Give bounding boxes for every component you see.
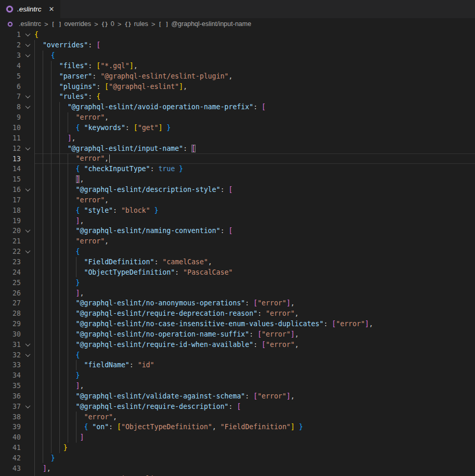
- array-symbol-icon: [ ]: [52, 21, 62, 28]
- code-line[interactable]: 13 "error",: [0, 153, 475, 164]
- gutter: 18: [0, 205, 34, 215]
- array-symbol-icon: [ ]: [158, 21, 169, 28]
- code-line[interactable]: 9 "error",: [0, 112, 475, 123]
- breadcrumb-item--graphql-eslint-input-name[interactable]: [ ]@graphql-eslint/input-name: [158, 20, 251, 28]
- code-line[interactable]: 42 }: [0, 453, 475, 464]
- code-line[interactable]: 32 {: [0, 350, 475, 360]
- code-line[interactable]: 37 "@graphql-eslint/require-description"…: [0, 401, 475, 411]
- line-number: 5: [0, 72, 21, 80]
- code-line[interactable]: 11 ],: [0, 133, 475, 143]
- code-line[interactable]: 33 "fieldName": "id": [0, 360, 475, 370]
- line-number: 7: [0, 93, 21, 100]
- code-line[interactable]: 12 "@graphql-eslint/input-name": [: [0, 143, 475, 153]
- code-line[interactable]: 3 {: [0, 50, 475, 61]
- gutter: 22: [0, 247, 34, 257]
- gutter: 42: [0, 453, 34, 464]
- text-cursor: [109, 155, 110, 163]
- code-line[interactable]: 7 "rules": {: [0, 92, 475, 102]
- gutter: 14: [0, 164, 34, 174]
- line-number: 10: [0, 124, 21, 132]
- code-line[interactable]: 36 "@graphql-eslint/validate-against-sch…: [0, 391, 475, 402]
- gutter: 13: [0, 153, 34, 164]
- code-line[interactable]: 27 "@graphql-eslint/no-anonymous-operati…: [0, 298, 475, 308]
- breadcrumb-separator-icon: >: [118, 20, 122, 28]
- code-line[interactable]: 40 ]: [0, 432, 475, 443]
- breadcrumb-item-overrides[interactable]: [ ]overrides: [52, 20, 91, 28]
- fold-chevron-icon[interactable]: [25, 248, 30, 253]
- code-line[interactable]: 18 { "style": "block" }: [0, 205, 475, 215]
- line-number: 24: [0, 268, 21, 276]
- code-line[interactable]: 38 "error",: [0, 411, 475, 422]
- fold-chevron-icon[interactable]: [25, 341, 30, 346]
- line-number: 42: [0, 454, 21, 462]
- fold-chevron-icon[interactable]: [25, 186, 30, 191]
- gutter: 40: [0, 432, 34, 443]
- code-line[interactable]: 41 }: [0, 443, 475, 453]
- gutter: 30: [0, 329, 34, 339]
- gutter: 23: [0, 257, 34, 267]
- breadcrumb-item-0[interactable]: {}0: [101, 20, 114, 28]
- fold-chevron-icon[interactable]: [25, 145, 30, 150]
- code-line[interactable]: 29 "@graphql-eslint/no-case-insensitive-…: [0, 319, 475, 329]
- code-line[interactable]: 20 "@graphql-eslint/naming-convention": …: [0, 226, 475, 236]
- code-line[interactable]: 44 "parser": "@typescript-eslint/parser"…: [0, 473, 475, 476]
- fold-chevron-icon[interactable]: [25, 104, 30, 109]
- tab-close-icon[interactable]: ✕: [49, 6, 55, 12]
- object-symbol-icon: {}: [101, 21, 108, 28]
- code-line[interactable]: 10 { "keywords": ["get"] }: [0, 123, 475, 133]
- code-line[interactable]: 8 "@graphql-eslint/avoid-operation-name-…: [0, 102, 475, 112]
- code-line[interactable]: 4 "files": ["*.gql"],: [0, 61, 475, 71]
- code-line[interactable]: 24 "ObjectTypeDefinition": "PascalCase": [0, 267, 475, 277]
- line-number: 41: [0, 444, 21, 452]
- line-number: 33: [0, 361, 21, 369]
- code-line[interactable]: 6 "plugins": ["@graphql-eslint"],: [0, 81, 475, 92]
- line-number: 38: [0, 413, 21, 421]
- line-number: 12: [0, 145, 21, 152]
- fold-chevron-icon[interactable]: [25, 42, 30, 47]
- code-line[interactable]: 21 "error",: [0, 236, 475, 247]
- code-line[interactable]: 23 "FieldDefinition": "camelCase",: [0, 257, 475, 267]
- code-line[interactable]: 17 "error",: [0, 195, 475, 205]
- code-line[interactable]: 26 ],: [0, 288, 475, 298]
- fold-chevron-icon[interactable]: [25, 32, 30, 37]
- code-line[interactable]: 30 "@graphql-eslint/no-operation-name-su…: [0, 329, 475, 339]
- code-line[interactable]: 5 "parser": "@graphql-eslint/eslint-plug…: [0, 71, 475, 81]
- code-line[interactable]: 39 { "on": ["ObjectTypeDefinition", "Fie…: [0, 422, 475, 432]
- line-number: 19: [0, 217, 21, 225]
- line-number: 17: [0, 196, 21, 204]
- code-line[interactable]: 15 ],: [0, 174, 475, 185]
- fold-chevron-icon[interactable]: [25, 52, 30, 57]
- gutter: 11: [0, 133, 34, 143]
- gutter: 27: [0, 298, 34, 308]
- code-line[interactable]: 25 }: [0, 277, 475, 288]
- gutter: 16: [0, 185, 34, 195]
- line-number: 25: [0, 279, 21, 287]
- code-line[interactable]: 2 "overrides": [: [0, 40, 475, 50]
- code-editor[interactable]: 1{2 "overrides": [3 {4 "files": ["*.gql"…: [0, 30, 475, 476]
- code-line[interactable]: 22 {: [0, 247, 475, 257]
- fold-chevron-icon[interactable]: [25, 403, 30, 408]
- breadcrumb-item--eslintrc[interactable]: .eslintrc: [8, 20, 41, 28]
- code-line[interactable]: 35 ],: [0, 381, 475, 391]
- code-line[interactable]: 31 "@graphql-eslint/require-id-when-avai…: [0, 339, 475, 350]
- gutter: 17: [0, 195, 34, 205]
- gutter: 26: [0, 288, 34, 298]
- code-line[interactable]: 34 }: [0, 370, 475, 381]
- fold-chevron-icon[interactable]: [25, 94, 30, 99]
- line-number: 9: [0, 113, 21, 121]
- breadcrumb-item-rules[interactable]: {}rules: [124, 20, 148, 28]
- line-number: 26: [0, 289, 21, 297]
- tab-eslintrc[interactable]: .eslintrc ✕: [0, 0, 60, 18]
- code-line[interactable]: 28 "@graphql-eslint/require-deprecation-…: [0, 308, 475, 319]
- breadcrumb-separator-icon: >: [151, 20, 156, 28]
- code-line[interactable]: 19 ],: [0, 215, 475, 226]
- line-number: 35: [0, 382, 21, 390]
- code-line[interactable]: 14 { "checkInputType": true }: [0, 164, 475, 174]
- code-line[interactable]: 1{: [0, 30, 475, 40]
- gutter: 15: [0, 174, 34, 185]
- fold-chevron-icon[interactable]: [25, 228, 30, 233]
- fold-chevron-icon[interactable]: [25, 352, 30, 357]
- code-line[interactable]: 43 ],: [0, 463, 475, 473]
- code-line[interactable]: 16 "@graphql-eslint/description-style": …: [0, 185, 475, 195]
- gutter: 12: [0, 143, 34, 153]
